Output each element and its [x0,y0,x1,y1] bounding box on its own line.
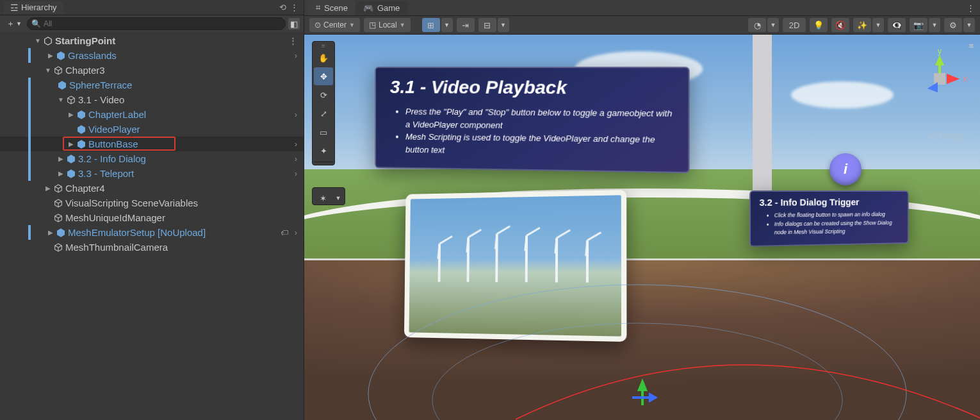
draw-mode-button[interactable]: ◔ [748,18,766,32]
item-label: VideoPlayer [88,124,140,135]
prefab-cube-icon [76,110,87,120]
context-menu-icon[interactable]: ⋮ [286,36,300,46]
custom-tool-dropdown[interactable]: ▼ [333,189,343,207]
plus-icon: ＋ [6,18,15,29]
2d-toggle-button[interactable]: 2D [783,18,806,32]
dock-grip-icon[interactable]: ≡ [314,43,333,48]
fx-dropdown[interactable]: ▼ [872,18,884,32]
expand-arrow-icon[interactable]: ▶ [67,111,76,118]
search-type-button[interactable]: ◧ [288,18,300,29]
tree-item-chapter4[interactable]: ▶ Chapter4 [0,181,304,196]
scene-tools-dock[interactable]: ≡ ✋ ✥ ⟳ ⤢ ▭ ✦ [312,41,335,165]
svg-rect-5 [632,396,649,399]
camera-dropdown[interactable]: ▼ [929,18,940,32]
gameobject-cube-icon [53,183,64,194]
item-label: 3.2 - Info Dialog [78,153,146,164]
tree-item-33-teleport[interactable]: ▶ 3.3 - Teleport › [0,166,304,181]
scale-tool-button[interactable]: ⤢ [314,105,333,122]
snap-settings-button[interactable]: ⊟ [478,18,496,32]
item-label: MeshUniqueIdManager [65,212,165,223]
grid-snap-dropdown[interactable]: ▼ [441,18,453,32]
panel-menu-icon[interactable]: ⋮ [965,3,976,13]
rect-tool-button[interactable]: ▭ [314,123,333,141]
unity-logo-icon [42,36,54,46]
expand-arrow-icon[interactable]: ▶ [44,185,53,192]
tree-item-visualscripting[interactable]: VisualScripting SceneVariables [0,196,304,210]
local-icon: ◳ [369,21,376,29]
item-label: Chapter3 [65,65,105,76]
create-button[interactable]: ＋ ▼ [4,17,24,31]
lock-icon[interactable]: ⟲ [277,3,288,12]
tree-item-buttonbase[interactable]: ▶ ButtonBase › [0,137,304,151]
dropdown-caret-icon: ▼ [349,22,355,28]
scene-name-label: StartingPoint [55,35,115,46]
scene-panel: ⌗ Scene 🎮 Game ⋮ ⊙ Center ▼ ◳ Local ▼ ⊞ … [304,0,980,420]
scene-tabs: ⌗ Scene 🎮 Game ⋮ [304,0,980,15]
goto-prefab-icon[interactable]: › [292,228,300,237]
scene-row[interactable]: ▼ StartingPoint ⋮ [0,33,304,48]
hidden-toggle-button[interactable]: 👁‍🗨 [888,18,906,32]
tree-item-meshemulator[interactable]: ▶ MeshEmulatorSetup [NoUpload] 🏷 › [0,225,304,240]
expand-arrow-icon[interactable]: ▶ [46,52,55,59]
svg-marker-4 [649,392,658,403]
space-mode-button[interactable]: ◳ Local ▼ [364,18,411,32]
tree-item-meshuniqueid[interactable]: MeshUniqueIdManager [0,210,304,225]
prefab-cube-icon [56,80,68,90]
tree-item-grasslands[interactable]: ▶ Grasslands › [0,48,304,63]
tab-game[interactable]: 🎮 Game [355,1,407,15]
expand-arrow-icon[interactable]: ▶ [46,229,55,236]
tree-item-31-video[interactable]: ▼ 3.1 - Video [0,92,304,107]
expand-arrow-icon[interactable]: ▼ [56,96,65,103]
fx-toggle-button[interactable]: ✨ [853,18,871,32]
tree-item-meshthumbnail[interactable]: MeshThumbnailCamera [0,240,304,255]
expand-arrow-icon[interactable]: ▶ [67,140,76,147]
tree-item-sphereterrace[interactable]: SphereTerrace [0,78,304,92]
expand-arrow-icon[interactable]: ▼ [44,67,53,74]
draw-mode-dropdown[interactable]: ▼ [767,18,779,32]
custom-tool-button[interactable]: ✶ [314,189,332,207]
projection-label[interactable]: ◁ Persp [927,131,962,141]
tree-item-videoplayer[interactable]: VideoPlayer [0,122,304,137]
orientation-gizmo[interactable]: y x [911,46,968,104]
goto-prefab-icon[interactable]: › [292,139,300,149]
viewport-menu-icon[interactable]: ≡ [968,41,974,51]
tree-item-32-infodialog[interactable]: ▶ 3.2 - Info Dialog › [0,151,304,166]
prefab-cube-icon [65,154,77,164]
scene-viewport[interactable]: 3.1 - Video Playback Press the "Play" an… [304,35,980,420]
snap-settings-dropdown[interactable]: ▼ [498,18,509,32]
move-tool-button[interactable]: ✥ [314,67,333,85]
hierarchy-toolbar: ＋ ▼ 🔍 ◧ [0,15,304,32]
pivot-mode-button[interactable]: ⊙ Center ▼ [309,18,360,32]
expand-arrow-icon[interactable]: ▼ [33,37,42,44]
item-label: ButtonBase [88,139,138,149]
transform-tool-button[interactable]: ✦ [314,142,333,160]
tree-item-chapterlabel[interactable]: ▶ ChapterLabel › [0,107,304,122]
scene-tools-extra[interactable]: ✶ ▼ [312,187,345,205]
goto-prefab-icon[interactable]: › [292,110,300,119]
tree-item-chapter3[interactable]: ▼ Chapter3 [0,63,304,78]
goto-prefab-icon[interactable]: › [292,169,300,178]
hierarchy-search[interactable]: 🔍 [27,17,286,30]
prefab-cube-icon [55,228,67,238]
lighting-toggle-button[interactable]: 💡 [810,18,828,32]
snap-increment-button[interactable]: ⇥ [457,18,475,32]
goto-prefab-icon[interactable]: › [292,154,300,164]
rotate-tool-button[interactable]: ⟳ [314,86,333,104]
expand-arrow-icon[interactable]: ▶ [56,155,65,162]
svg-text:x: x [963,74,967,83]
tab-scene[interactable]: ⌗ Scene [308,1,355,15]
search-input[interactable] [44,19,281,28]
grid-snap-button[interactable]: ⊞ [422,18,440,32]
item-label: VisualScripting SceneVariables [65,197,198,208]
pivot-label: Center [323,21,347,29]
audio-toggle-button[interactable]: 🔇 [831,18,849,32]
hierarchy-tab[interactable]: ☲ Hierarchy [4,1,63,14]
hand-tool-button[interactable]: ✋ [314,49,333,67]
gizmos-toggle-button[interactable]: ⚙ [944,18,962,32]
panel-menu-icon[interactable]: ⋮ [288,3,300,12]
camera-settings-button[interactable]: 📷 [910,18,927,32]
expand-arrow-icon[interactable]: ▶ [56,170,65,177]
center-icon: ⊙ [314,21,321,29]
goto-prefab-icon[interactable]: › [292,51,300,60]
gizmos-dropdown[interactable]: ▼ [963,18,975,32]
